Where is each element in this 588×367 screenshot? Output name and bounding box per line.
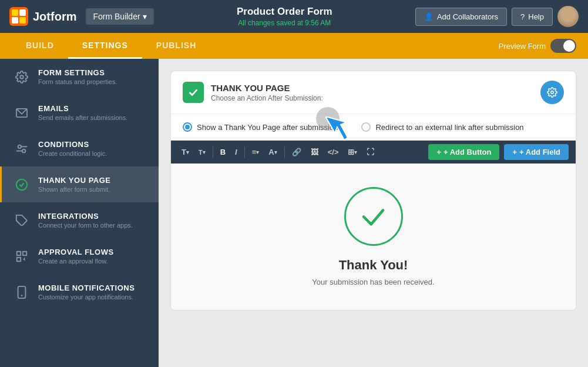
form-builder-label: Form Builder (93, 12, 140, 21)
sidebar-item-thank-you-page[interactable]: THANK YOU PAGE Shown after form submit. (0, 166, 159, 202)
approval-icon (14, 248, 30, 265)
sidebar-item-emails[interactable]: EMAILS Send emails after submissions. (0, 95, 159, 131)
tab-publish[interactable]: PUBLISH (142, 33, 210, 59)
radio-circle-thank-you (183, 122, 192, 132)
sidebar-item-mobile-notifications-text: MOBILE NOTIFICATIONS Customize your app … (38, 283, 135, 301)
sidebar-item-form-settings-text: FORM SETTINGS Form status and properties… (38, 68, 117, 85)
svg-rect-13 (17, 251, 21, 255)
toolbar-separator-2 (244, 146, 245, 158)
sidebar-item-emails-text: EMAILS Send emails after submissions. (38, 104, 127, 121)
add-collaborators-label: Add Collaborators (437, 12, 498, 21)
sidebar-item-thank-you-title: THANK YOU PAGE (38, 176, 111, 185)
svg-rect-1 (12, 9, 18, 16)
puzzle-icon (14, 212, 30, 229)
add-collaborators-button[interactable]: 👤 Add Collaborators (415, 8, 507, 26)
question-icon: ? (520, 12, 525, 21)
sidebar-item-mobile-notifications[interactable]: MOBILE NOTIFICATIONS Customize your app … (0, 274, 159, 310)
sidebar-item-integrations[interactable]: INTEGRATIONS Connect your form to other … (0, 202, 159, 238)
nav-tabs: BUILD SETTINGS PUBLISH Preview Form (0, 33, 588, 59)
ty-header-text: THANK YOU PAGE Choose an Action After Su… (211, 83, 540, 102)
logo: Jotform (9, 7, 76, 26)
svg-rect-4 (19, 17, 26, 24)
preview-thank-you-text: Thank You! (339, 258, 408, 273)
content-area: THANK YOU PAGE Choose an Action After Su… (159, 59, 588, 367)
plus-icon-add-field: + (512, 148, 517, 156)
sidebar-item-approval-flows-subtitle: Create an approval flow. (38, 258, 114, 265)
tab-settings[interactable]: SETTINGS (68, 33, 142, 59)
sidebar-item-form-settings-subtitle: Form status and properties. (38, 78, 117, 85)
toolbar-code-btn[interactable]: </> (324, 145, 342, 159)
svg-rect-3 (12, 17, 18, 24)
sidebar-item-mobile-notifications-title: MOBILE NOTIFICATIONS (38, 283, 135, 292)
preview-subtitle-text: Your submission has been received. (312, 278, 434, 286)
sidebar-item-thank-you-subtitle: Shown after form submit. (38, 186, 111, 193)
svg-point-8 (22, 149, 25, 152)
toolbar-bold-btn[interactable]: B (217, 145, 229, 159)
preview-form-toggle-area: Preview Form (499, 39, 576, 53)
toolbar-image-btn[interactable]: 🖼 (307, 145, 322, 159)
sidebar-item-approval-flows-title: APPROVAL FLOWS (38, 248, 114, 256)
form-saved-status: All changes saved at 9:56 AM (163, 19, 406, 27)
form-title-area: Product Order Form All changes saved at … (163, 6, 406, 27)
sidebar-item-integrations-text: INTEGRATIONS Connect your form to other … (38, 212, 133, 229)
toolbar-align-btn[interactable]: ≡▾ (248, 145, 263, 159)
sidebar-item-approval-flows[interactable]: APPROVAL FLOWS Create an approval flow. (0, 238, 159, 274)
editor-toolbar: T▾ T▾ B I ≡▾ A▾ 🔗 🖼 </> ⊞▾ ⛶ + + Add But… (171, 141, 576, 164)
avatar-image (557, 6, 579, 27)
radio-option-thank-you[interactable]: Show a Thank You Page after submission (183, 122, 338, 132)
preview-form-toggle[interactable] (550, 39, 576, 53)
sidebar-item-integrations-title: INTEGRATIONS (38, 212, 133, 221)
add-button-label: + Add Button (443, 148, 491, 156)
toolbar-color-btn[interactable]: A▾ (265, 145, 280, 159)
sidebar-item-form-settings[interactable]: FORM SETTINGS Form status and properties… (0, 59, 159, 95)
svg-point-7 (18, 145, 21, 148)
help-button[interactable]: ? Help (512, 8, 553, 26)
radio-label-redirect: Redirect to an external link after submi… (375, 123, 523, 132)
sidebar-item-emails-title: EMAILS (38, 104, 127, 113)
radio-options: Show a Thank You Page after submission R… (171, 114, 576, 141)
jotform-logo-icon (9, 7, 28, 26)
check-circle-icon (14, 176, 30, 193)
svg-point-5 (20, 75, 23, 79)
app-header: Jotform Form Builder ▾ Product Order For… (0, 0, 588, 33)
toolbar-link-btn[interactable]: 🔗 (288, 145, 305, 159)
ty-settings-button[interactable] (540, 81, 564, 104)
toolbar-table-btn[interactable]: ⊞▾ (344, 145, 361, 159)
big-check-icon (357, 201, 389, 233)
email-icon (14, 105, 30, 121)
sidebar-item-conditions[interactable]: CONDITIONS Create conditional logic. (0, 131, 159, 166)
svg-rect-14 (23, 251, 26, 255)
svg-point-18 (551, 91, 554, 94)
toggle-dot (563, 40, 575, 52)
radio-label-thank-you: Show a Thank You Page after submission (197, 123, 338, 132)
toolbar-italic-btn[interactable]: I (231, 145, 241, 159)
svg-rect-16 (18, 286, 26, 298)
logo-text: Jotform (33, 10, 76, 24)
sidebar-item-integrations-subtitle: Connect your form to other apps. (38, 222, 133, 229)
add-field-button[interactable]: + + Add Field (504, 144, 569, 160)
plus-icon-add-btn: + (436, 148, 441, 156)
help-label: Help (528, 12, 544, 21)
user-avatar[interactable] (557, 6, 579, 27)
add-button-button[interactable]: + + Add Button (428, 144, 499, 160)
sidebar-item-thank-you-text: THANK YOU PAGE Shown after form submit. (38, 176, 111, 193)
sidebar-item-form-settings-title: FORM SETTINGS (38, 68, 117, 77)
form-title: Product Order Form (163, 6, 406, 18)
toolbar-text-size-btn[interactable]: T▾ (195, 146, 209, 158)
toolbar-text-btn[interactable]: T▾ (178, 145, 193, 159)
form-builder-button[interactable]: Form Builder ▾ (86, 8, 153, 25)
toolbar-fullscreen-btn[interactable]: ⛶ (363, 145, 378, 159)
thank-you-preview-area: Thank You! Your submission has been rece… (171, 164, 576, 310)
sidebar-item-emails-subtitle: Send emails after submissions. (38, 114, 127, 121)
user-plus-icon: 👤 (424, 12, 434, 21)
main-layout: FORM SETTINGS Form status and properties… (0, 59, 588, 367)
svg-rect-15 (17, 257, 21, 261)
sidebar-item-conditions-subtitle: Create conditional logic. (38, 150, 107, 157)
toolbar-separator-1 (213, 146, 213, 158)
svg-rect-2 (19, 9, 26, 16)
sidebar-item-mobile-notifications-subtitle: Customize your app notifications. (38, 293, 135, 301)
conditions-icon (14, 141, 30, 157)
tab-build[interactable]: BUILD (12, 33, 68, 59)
radio-option-redirect[interactable]: Redirect to an external link after submi… (361, 122, 523, 132)
sidebar-item-conditions-title: CONDITIONS (38, 140, 107, 149)
